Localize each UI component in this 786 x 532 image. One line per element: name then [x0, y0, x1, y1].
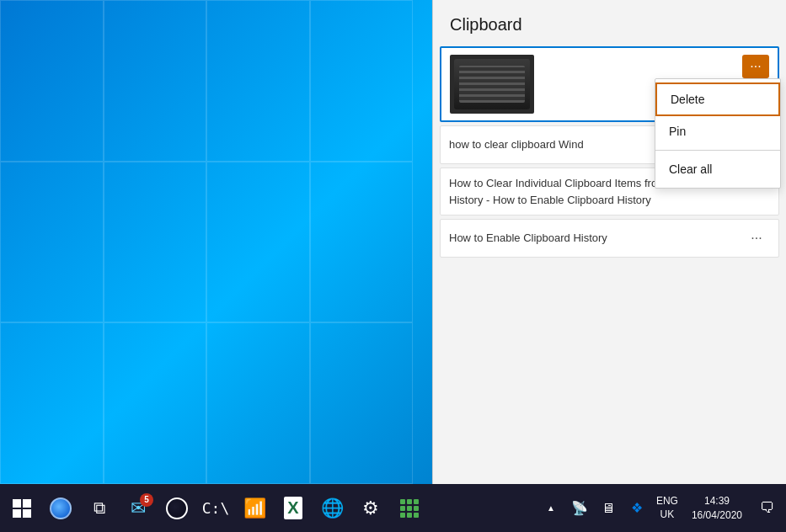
- clipboard-items-list: ··· Delete Pin Clear all how to clear cl…: [433, 46, 786, 484]
- clipboard-item-text: How to Enable Clipboard History: [449, 230, 685, 247]
- excel-icon: X: [284, 497, 302, 519]
- settings-button[interactable]: ⚙: [352, 490, 389, 527]
- clipboard-item-more-button[interactable]: ···: [743, 226, 770, 250]
- notification-center-button[interactable]: 🗨: [752, 490, 783, 527]
- excel-button[interactable]: X: [275, 490, 312, 527]
- chevron-up-icon: ▲: [547, 503, 555, 513]
- desktop: Clipboard ··· Delete Pin Clear all: [0, 0, 786, 532]
- cortana-button[interactable]: [158, 490, 195, 527]
- grid-cell: [310, 0, 414, 162]
- grid-cell: [104, 162, 207, 323]
- clipboard-item-text-content: How to Enable Clipboard History: [449, 230, 743, 247]
- taskbar-left: ⧉ ✉ 5 C:\ 📶 X: [3, 490, 538, 527]
- language-button[interactable]: ENG UK: [653, 495, 682, 521]
- settings-icon: ⚙: [362, 497, 379, 519]
- context-menu-divider: [655, 150, 780, 151]
- browser-icon: 🌐: [321, 497, 344, 519]
- clipboard-panel: Clipboard ··· Delete Pin Clear all: [432, 0, 786, 484]
- taskbar: ⧉ ✉ 5 C:\ 📶 X: [0, 484, 786, 532]
- clipboard-item-more-button[interactable]: ···: [742, 55, 769, 78]
- region-label: UK: [660, 508, 675, 520]
- browser-button[interactable]: 🌐: [313, 490, 350, 527]
- cortana-icon: [166, 497, 188, 519]
- context-menu-pin[interactable]: Pin: [655, 116, 780, 146]
- cmd-button[interactable]: C:\: [197, 490, 234, 527]
- context-menu-delete[interactable]: Delete: [655, 82, 780, 116]
- notification-icon: 🗨: [760, 499, 775, 517]
- search-icon: [50, 497, 72, 519]
- task-view-button[interactable]: ⧉: [81, 490, 118, 527]
- clipboard-item-text: How to Clear Individual Clipboard Items …: [449, 175, 685, 208]
- app-grid-icon: [400, 499, 419, 518]
- grid-cell: [0, 0, 104, 162]
- app-grid-button[interactable]: [391, 490, 428, 527]
- clock-time: 14:39: [704, 494, 730, 508]
- grid-cell: [104, 322, 207, 484]
- system-tray-expand-button[interactable]: ▲: [538, 496, 564, 521]
- clipboard-title: Clipboard: [433, 0, 786, 46]
- wifi-button[interactable]: 📶: [236, 490, 273, 527]
- mail-badge: 5: [140, 493, 153, 507]
- task-view-icon: ⧉: [94, 498, 105, 518]
- grid-cell: [206, 162, 310, 323]
- cmd-icon: C:\: [202, 499, 230, 517]
- clipboard-item[interactable]: How to Enable Clipboard History ···: [440, 219, 779, 258]
- taskbar-right: ▲ 📡 🖥 ❖ ENG UK 14:39 16/04/2020: [538, 490, 783, 527]
- clock-date: 16/04/2020: [692, 508, 742, 523]
- grid-cell: [104, 0, 207, 162]
- context-menu-clear-all[interactable]: Clear all: [655, 154, 780, 184]
- clipboard-context-menu: Delete Pin Clear all: [655, 78, 781, 189]
- network-icon: 📡: [571, 500, 588, 516]
- clipboard-item[interactable]: ··· Delete Pin Clear all: [440, 46, 779, 122]
- wifi-icon: 📶: [243, 497, 266, 519]
- clipboard-image-preview: [450, 55, 534, 114]
- language-label: ENG: [656, 495, 678, 507]
- windows-logo-icon: [13, 499, 31, 518]
- screen-cast-icon: 🖥: [602, 501, 615, 516]
- grid-cell: [0, 162, 104, 323]
- network-tray-button[interactable]: 📡: [567, 496, 592, 521]
- search-button[interactable]: [42, 490, 79, 527]
- desktop-grid: [0, 0, 413, 484]
- grid-cell: [0, 322, 104, 484]
- grid-cell: [206, 0, 310, 162]
- start-button[interactable]: [3, 490, 40, 527]
- dropbox-icon: ❖: [631, 500, 643, 516]
- screen-cast-button[interactable]: 🖥: [596, 496, 621, 521]
- keyboard-thumbnail: [454, 59, 530, 109]
- mail-button[interactable]: ✉ 5: [120, 490, 157, 527]
- grid-cell: [310, 162, 414, 323]
- dropbox-button[interactable]: ❖: [624, 496, 650, 521]
- clipboard-item-text: how to clear clipboard Wind: [449, 136, 685, 153]
- clock-button[interactable]: 14:39 16/04/2020: [685, 494, 749, 523]
- grid-cell: [206, 322, 310, 484]
- grid-cell: [310, 322, 414, 484]
